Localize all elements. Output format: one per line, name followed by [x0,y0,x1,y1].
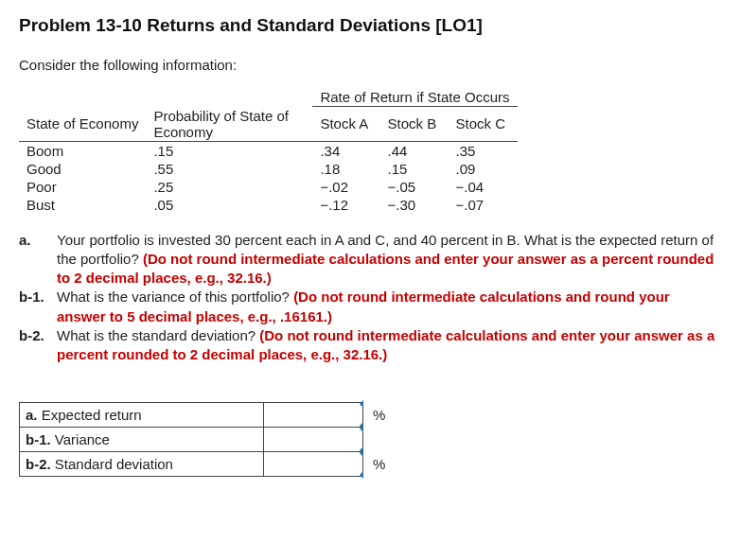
col-prob: Probability of State of Economy [146,107,312,142]
table-row: Poor .25 −.02 −.05 −.04 [19,178,518,196]
returns-table: Rate of Return if State Occurs State of … [19,88,518,214]
rate-header: Rate of Return if State Occurs [312,88,517,107]
question-list: a. Your portfolio is invested 30 percent… [19,231,721,365]
page-title: Problem 13-10 Returns and Standard Devia… [19,15,721,36]
expected-return-input[interactable] [266,407,361,424]
answer-b1-unit [363,428,390,452]
col-stock-b: Stock B [380,107,449,142]
col-state: State of Economy [19,107,146,142]
col-stock-a: Stock A [312,107,379,142]
answers-table: a. Expected return % b-1. Variance b-2. … [19,402,390,477]
question-a-instruction: (Do not round intermediate calculations … [57,251,714,286]
answer-a-label: a. Expected return [20,403,264,428]
table-row: Boom .15 .34 .44 .35 [19,141,518,160]
table-row: Bust .05 −.12 −.30 −.07 [19,196,518,214]
question-a-label: a. [19,231,57,289]
intro-text: Consider the following information: [19,57,721,73]
question-b2-text: What is the standard deviation? [57,327,259,343]
answer-b2-label: b-2. Standard deviation [20,452,264,477]
question-b1-text: What is the variance of this portfolio? [57,289,293,305]
variance-input[interactable] [266,431,361,448]
answer-a-unit: % [363,403,390,428]
table-row: Good .55 .18 .15 .09 [19,160,518,178]
col-stock-c: Stock C [449,107,518,142]
answer-b2-unit: % [363,452,390,477]
standard-deviation-input[interactable] [266,456,361,473]
answer-b1-label: b-1. Variance [20,428,264,452]
question-b2-label: b-2. [19,326,57,365]
question-b1-label: b-1. [19,288,57,326]
